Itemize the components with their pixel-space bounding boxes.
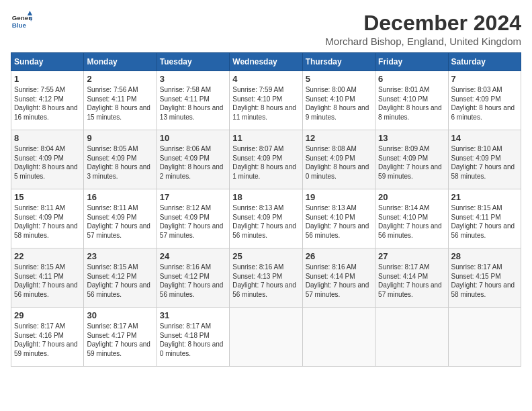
- location-title: Morchard Bishop, England, United Kingdom: [325, 36, 521, 47]
- day-info: Sunrise: 8:10 AMSunset: 4:09 PMDaylight:…: [451, 145, 515, 180]
- calendar-cell: 8 Sunrise: 8:04 AMSunset: 4:09 PMDayligh…: [11, 130, 84, 189]
- calendar-cell: 19 Sunrise: 8:13 AMSunset: 4:10 PMDaylig…: [302, 189, 375, 248]
- calendar-cell: 1 Sunrise: 7:55 AMSunset: 4:12 PMDayligh…: [11, 71, 84, 130]
- day-number: 9: [87, 133, 153, 143]
- calendar-cell: 22 Sunrise: 8:15 AMSunset: 4:11 PMDaylig…: [11, 248, 84, 308]
- day-number: 30: [87, 310, 153, 320]
- day-number: 5: [306, 74, 372, 84]
- day-number: 3: [160, 74, 226, 84]
- calendar-cell: [302, 308, 375, 367]
- day-info: Sunrise: 8:15 AMSunset: 4:11 PMDaylight:…: [14, 263, 78, 298]
- day-number: 14: [451, 133, 518, 143]
- logo-icon: General Blue: [11, 11, 32, 32]
- weekday-header: Friday: [375, 53, 448, 71]
- calendar-cell: 23 Sunrise: 8:15 AMSunset: 4:12 PMDaylig…: [84, 248, 157, 308]
- logo: General Blue: [11, 11, 32, 32]
- calendar-week-row: 8 Sunrise: 8:04 AMSunset: 4:09 PMDayligh…: [11, 130, 521, 189]
- day-number: 12: [306, 133, 372, 143]
- page-header: General Blue December 2024 Morchard Bish…: [11, 11, 521, 47]
- day-number: 28: [451, 251, 518, 261]
- calendar-cell: 13 Sunrise: 8:09 AMSunset: 4:09 PMDaylig…: [375, 130, 448, 189]
- svg-marker-2: [28, 11, 32, 15]
- day-info: Sunrise: 8:17 AMSunset: 4:14 PMDaylight:…: [378, 263, 442, 298]
- day-info: Sunrise: 8:17 AMSunset: 4:15 PMDaylight:…: [451, 263, 515, 298]
- calendar-table: SundayMondayTuesdayWednesdayThursdayFrid…: [11, 52, 521, 367]
- calendar-cell: 16 Sunrise: 8:11 AMSunset: 4:09 PMDaylig…: [84, 189, 157, 248]
- calendar-cell: 31 Sunrise: 8:17 AMSunset: 4:18 PMDaylig…: [157, 308, 229, 367]
- weekday-header: Saturday: [448, 53, 521, 71]
- calendar-cell: 21 Sunrise: 8:15 AMSunset: 4:11 PMDaylig…: [448, 189, 521, 248]
- day-info: Sunrise: 8:15 AMSunset: 4:11 PMDaylight:…: [451, 204, 515, 239]
- day-number: 20: [378, 192, 445, 202]
- day-number: 1: [14, 74, 81, 84]
- day-number: 23: [87, 251, 153, 261]
- day-number: 10: [160, 133, 226, 143]
- calendar-cell: 3 Sunrise: 7:58 AMSunset: 4:11 PMDayligh…: [157, 71, 229, 130]
- weekday-header: Wednesday: [230, 53, 302, 71]
- day-info: Sunrise: 8:03 AMSunset: 4:09 PMDaylight:…: [451, 86, 515, 121]
- calendar-week-row: 1 Sunrise: 7:55 AMSunset: 4:12 PMDayligh…: [11, 71, 521, 130]
- day-number: 29: [14, 310, 81, 320]
- calendar-cell: 29 Sunrise: 8:17 AMSunset: 4:16 PMDaylig…: [11, 308, 84, 367]
- day-info: Sunrise: 7:56 AMSunset: 4:11 PMDaylight:…: [87, 86, 150, 121]
- day-info: Sunrise: 8:05 AMSunset: 4:09 PMDaylight:…: [87, 145, 150, 180]
- day-info: Sunrise: 8:01 AMSunset: 4:10 PMDaylight:…: [378, 86, 442, 121]
- calendar-cell: 7 Sunrise: 8:03 AMSunset: 4:09 PMDayligh…: [448, 71, 521, 130]
- calendar-cell: 4 Sunrise: 7:59 AMSunset: 4:10 PMDayligh…: [230, 71, 302, 130]
- day-number: 16: [87, 192, 153, 202]
- day-info: Sunrise: 7:58 AMSunset: 4:11 PMDaylight:…: [160, 86, 224, 121]
- calendar-cell: 14 Sunrise: 8:10 AMSunset: 4:09 PMDaylig…: [448, 130, 521, 189]
- month-title: December 2024: [325, 11, 521, 36]
- day-info: Sunrise: 8:04 AMSunset: 4:09 PMDaylight:…: [14, 145, 78, 180]
- day-info: Sunrise: 8:11 AMSunset: 4:09 PMDaylight:…: [87, 204, 150, 239]
- day-number: 6: [378, 74, 445, 84]
- weekday-header: Sunday: [11, 53, 84, 71]
- calendar-cell: 20 Sunrise: 8:14 AMSunset: 4:10 PMDaylig…: [375, 189, 448, 248]
- day-info: Sunrise: 8:15 AMSunset: 4:12 PMDaylight:…: [87, 263, 150, 298]
- title-block: December 2024 Morchard Bishop, England, …: [325, 11, 521, 47]
- day-number: 4: [232, 74, 299, 84]
- calendar-cell: 11 Sunrise: 8:07 AMSunset: 4:09 PMDaylig…: [230, 130, 302, 189]
- day-number: 15: [14, 192, 81, 202]
- day-number: 2: [87, 74, 153, 84]
- day-number: 24: [160, 251, 226, 261]
- weekday-header: Monday: [84, 53, 157, 71]
- day-info: Sunrise: 8:13 AMSunset: 4:10 PMDaylight:…: [306, 204, 369, 239]
- day-number: 25: [232, 251, 299, 261]
- calendar-cell: [448, 308, 521, 367]
- calendar-cell: 5 Sunrise: 8:00 AMSunset: 4:10 PMDayligh…: [302, 71, 375, 130]
- day-info: Sunrise: 8:08 AMSunset: 4:09 PMDaylight:…: [306, 145, 369, 180]
- day-info: Sunrise: 8:17 AMSunset: 4:17 PMDaylight:…: [87, 322, 150, 357]
- day-number: 27: [378, 251, 445, 261]
- day-info: Sunrise: 7:55 AMSunset: 4:12 PMDaylight:…: [14, 86, 78, 121]
- day-info: Sunrise: 8:16 AMSunset: 4:14 PMDaylight:…: [306, 263, 369, 298]
- day-info: Sunrise: 8:06 AMSunset: 4:09 PMDaylight:…: [160, 145, 224, 180]
- weekday-header: Tuesday: [157, 53, 229, 71]
- calendar-cell: 10 Sunrise: 8:06 AMSunset: 4:09 PMDaylig…: [157, 130, 229, 189]
- calendar-cell: 9 Sunrise: 8:05 AMSunset: 4:09 PMDayligh…: [84, 130, 157, 189]
- calendar-cell: 12 Sunrise: 8:08 AMSunset: 4:09 PMDaylig…: [302, 130, 375, 189]
- calendar-cell: 25 Sunrise: 8:16 AMSunset: 4:13 PMDaylig…: [230, 248, 302, 308]
- calendar-cell: 18 Sunrise: 8:13 AMSunset: 4:09 PMDaylig…: [230, 189, 302, 248]
- calendar-cell: [230, 308, 302, 367]
- day-number: 26: [306, 251, 372, 261]
- calendar-cell: 24 Sunrise: 8:16 AMSunset: 4:12 PMDaylig…: [157, 248, 229, 308]
- day-number: 13: [378, 133, 445, 143]
- weekday-header: Thursday: [302, 53, 375, 71]
- day-number: 19: [306, 192, 372, 202]
- calendar-week-row: 15 Sunrise: 8:11 AMSunset: 4:09 PMDaylig…: [11, 189, 521, 248]
- calendar-week-row: 22 Sunrise: 8:15 AMSunset: 4:11 PMDaylig…: [11, 248, 521, 308]
- day-number: 11: [232, 133, 299, 143]
- day-info: Sunrise: 8:09 AMSunset: 4:09 PMDaylight:…: [378, 145, 442, 180]
- day-number: 8: [14, 133, 81, 143]
- day-info: Sunrise: 8:13 AMSunset: 4:09 PMDaylight:…: [232, 204, 296, 239]
- day-number: 17: [160, 192, 226, 202]
- day-info: Sunrise: 8:12 AMSunset: 4:09 PMDaylight:…: [160, 204, 224, 239]
- calendar-cell: 26 Sunrise: 8:16 AMSunset: 4:14 PMDaylig…: [302, 248, 375, 308]
- day-info: Sunrise: 7:59 AMSunset: 4:10 PMDaylight:…: [232, 86, 296, 121]
- calendar-cell: 15 Sunrise: 8:11 AMSunset: 4:09 PMDaylig…: [11, 189, 84, 248]
- day-number: 21: [451, 192, 518, 202]
- day-info: Sunrise: 8:16 AMSunset: 4:13 PMDaylight:…: [232, 263, 296, 298]
- day-info: Sunrise: 8:14 AMSunset: 4:10 PMDaylight:…: [378, 204, 442, 239]
- calendar-cell: 2 Sunrise: 7:56 AMSunset: 4:11 PMDayligh…: [84, 71, 157, 130]
